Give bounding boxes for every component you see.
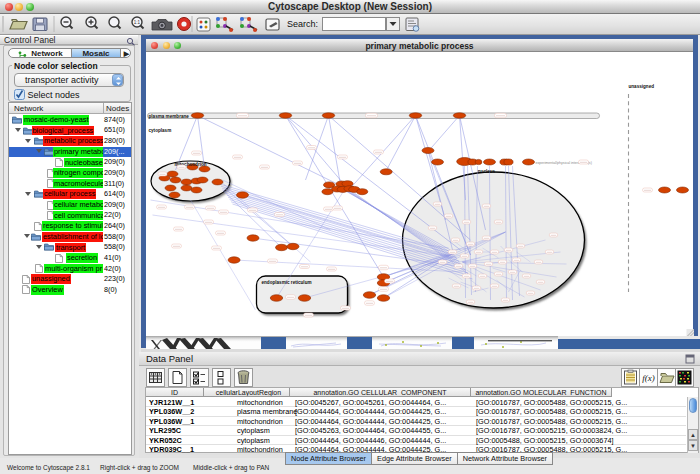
svg-text:cytoplasm: cytoplasm — [149, 128, 172, 133]
svg-text:nucleus: nucleus — [478, 169, 496, 174]
svg-text:Search:: Search: — [287, 19, 318, 29]
svg-text:unassigned: unassigned — [629, 84, 655, 89]
svg-text:f(x): f(x) — [642, 373, 655, 383]
svg-text:endoplasmic reticulum: endoplasmic reticulum — [262, 280, 312, 285]
svg-text:plasma membrane: plasma membrane — [149, 114, 190, 119]
svg-text:1:1: 1:1 — [134, 20, 141, 25]
